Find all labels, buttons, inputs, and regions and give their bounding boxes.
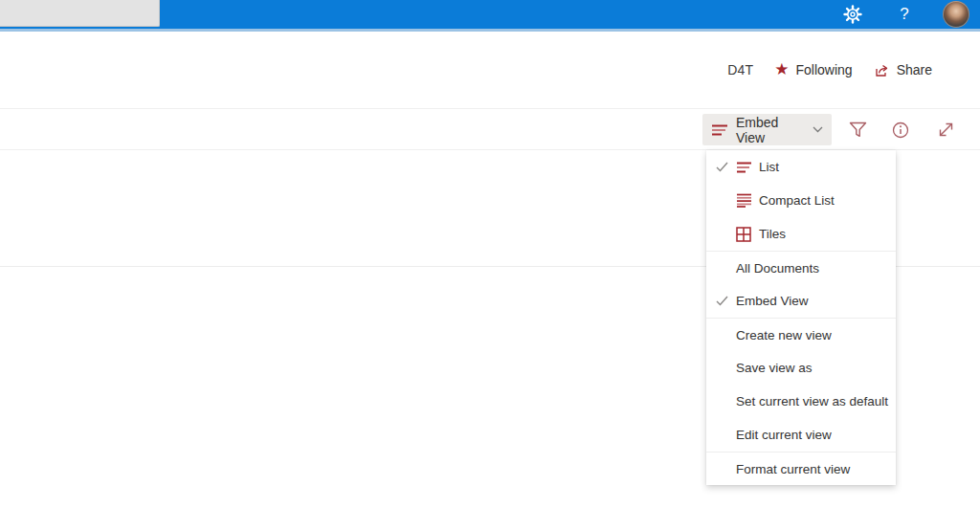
menu-item-save-view-as[interactable]: Save view as [706, 351, 896, 385]
expand-icon [938, 121, 954, 138]
menu-item-label: Create new view [736, 328, 832, 342]
view-options-menu: List Compact List [706, 150, 896, 485]
menu-item-label: Edit current view [736, 428, 832, 442]
menu-item-label: Tiles [759, 227, 786, 241]
checkmark-icon [716, 296, 736, 306]
menu-item-list[interactable]: List [706, 150, 896, 184]
chevron-down-icon [813, 126, 823, 133]
filter-button[interactable] [841, 114, 874, 145]
menu-item-embed-view[interactable]: Embed View [706, 284, 896, 318]
list-view-icon [711, 123, 728, 137]
user-avatar [943, 1, 969, 28]
menu-item-label: Save view as [736, 361, 813, 375]
view-selector-label: Embed View [736, 115, 801, 145]
menu-item-edit-current-view[interactable]: Edit current view [706, 418, 896, 452]
share-icon [874, 62, 890, 77]
menu-item-compact-list[interactable]: Compact List [706, 184, 896, 217]
info-button[interactable] [884, 114, 917, 145]
menu-item-all-documents[interactable]: All Documents [706, 251, 896, 284]
share-button[interactable]: Share [874, 62, 932, 77]
help-button[interactable]: ? [890, 0, 919, 29]
page-header: D4T ★ Following Share [0, 32, 980, 109]
filter-icon [849, 121, 867, 138]
site-title: D4T [727, 62, 753, 77]
gear-icon [843, 5, 862, 24]
menu-item-label: All Documents [736, 261, 819, 276]
following-button[interactable]: ★ Following [774, 62, 852, 78]
following-label: Following [796, 62, 853, 77]
menu-item-create-new-view[interactable]: Create new view [706, 318, 896, 351]
menu-item-label: Set current view as default [736, 394, 888, 409]
share-label: Share [897, 62, 932, 77]
checkmark-icon [716, 162, 736, 172]
menu-item-label: Embed View [736, 294, 809, 308]
menu-item-label: List [759, 160, 779, 174]
info-icon [892, 121, 909, 139]
suite-bar: ? [0, 0, 980, 29]
menu-item-tiles[interactable]: Tiles [706, 217, 896, 251]
menu-item-label: Compact List [759, 193, 835, 208]
view-selector-button[interactable]: Embed View [702, 114, 832, 145]
expand-button[interactable] [929, 114, 962, 145]
search-box[interactable] [0, 0, 160, 27]
star-icon: ★ [774, 61, 789, 77]
account-button[interactable] [942, 0, 970, 29]
menu-item-label: Format current view [736, 462, 850, 476]
list-view-icon [736, 161, 759, 174]
page: ? D4T ★ Following [0, 0, 980, 530]
tiles-icon [736, 227, 759, 242]
menu-item-set-current-view-as-default[interactable]: Set current view as default [706, 385, 896, 418]
menu-item-format-current-view[interactable]: Format current view [706, 452, 896, 485]
settings-button[interactable] [838, 0, 867, 29]
help-icon: ? [900, 5, 908, 24]
compact-list-icon [736, 193, 759, 208]
command-bar: Embed View [0, 110, 980, 150]
